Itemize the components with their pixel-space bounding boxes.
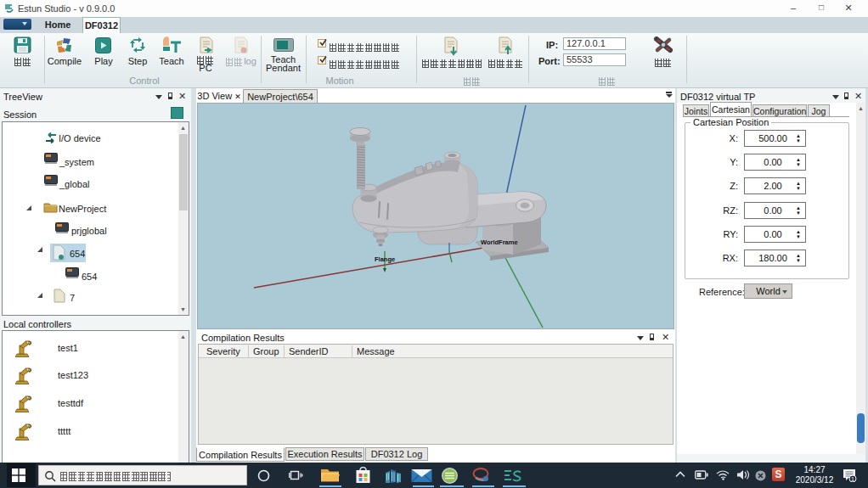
svg-text:1: 1	[851, 476, 854, 482]
svg-text:Flange: Flange	[375, 255, 395, 263]
svg-text:WorldFrame: WorldFrame	[481, 238, 518, 246]
